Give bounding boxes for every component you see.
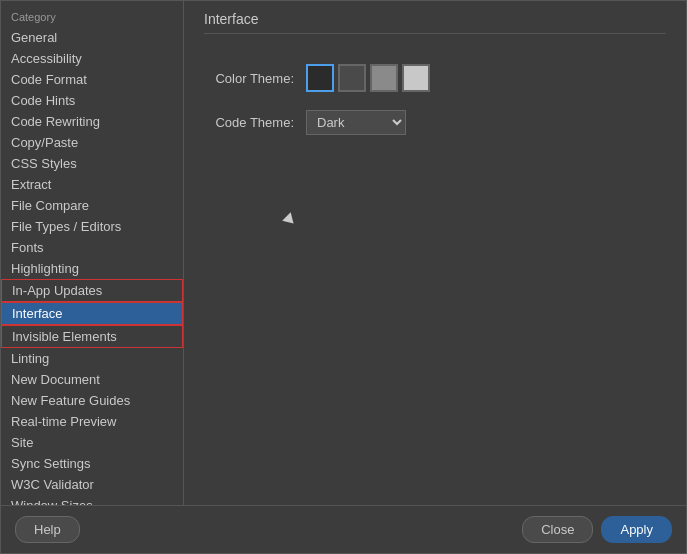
- sidebar-item-general[interactable]: General: [1, 27, 183, 48]
- color-theme-row: Color Theme:: [204, 64, 666, 92]
- sidebar-item-real-time-preview[interactable]: Real-time Preview: [1, 411, 183, 432]
- sidebar-item-css-styles[interactable]: CSS Styles: [1, 153, 183, 174]
- help-button[interactable]: Help: [15, 516, 80, 543]
- sidebar-item-file-compare[interactable]: File Compare: [1, 195, 183, 216]
- sidebar-items: GeneralAccessibilityCode FormatCode Hint…: [1, 27, 183, 505]
- sidebar-item-file-types-editors[interactable]: File Types / Editors: [1, 216, 183, 237]
- sidebar-item-extract[interactable]: Extract: [1, 174, 183, 195]
- sidebar-item-w3c-validator[interactable]: W3C Validator: [1, 474, 183, 495]
- sidebar-item-code-rewriting[interactable]: Code Rewriting: [1, 111, 183, 132]
- footer-right: Close Apply: [522, 516, 672, 543]
- sidebar-item-new-document[interactable]: New Document: [1, 369, 183, 390]
- sidebar-item-new-feature-guides[interactable]: New Feature Guides: [1, 390, 183, 411]
- preferences-dialog: Category GeneralAccessibilityCode Format…: [0, 0, 687, 554]
- code-theme-select[interactable]: Dark Light Solarized Dark Solarized Ligh…: [306, 110, 406, 135]
- cursor-area: [204, 135, 666, 495]
- sidebar: Category GeneralAccessibilityCode Format…: [1, 1, 184, 505]
- color-theme-label: Color Theme:: [204, 71, 294, 86]
- sidebar-header: Category: [1, 5, 183, 27]
- close-button[interactable]: Close: [522, 516, 593, 543]
- color-swatch-medium-light[interactable]: [370, 64, 398, 92]
- dialog-body: Category GeneralAccessibilityCode Format…: [1, 1, 686, 505]
- apply-button[interactable]: Apply: [601, 516, 672, 543]
- sidebar-item-site[interactable]: Site: [1, 432, 183, 453]
- main-title: Interface: [204, 11, 666, 34]
- footer-left: Help: [15, 516, 80, 543]
- color-swatch-light[interactable]: [402, 64, 430, 92]
- color-swatch-medium-dark[interactable]: [338, 64, 366, 92]
- sidebar-item-code-hints[interactable]: Code Hints: [1, 90, 183, 111]
- dialog-footer: Help Close Apply: [1, 505, 686, 553]
- sidebar-item-window-sizes[interactable]: Window Sizes: [1, 495, 183, 505]
- sidebar-item-in-app-updates[interactable]: In-App Updates: [1, 279, 183, 302]
- sidebar-item-copy-paste[interactable]: Copy/Paste: [1, 132, 183, 153]
- sidebar-item-invisible-elements[interactable]: Invisible Elements: [1, 325, 183, 348]
- sidebar-item-interface[interactable]: Interface: [1, 302, 183, 325]
- settings-section: Color Theme: Code Theme: Dark Light Sola…: [204, 64, 666, 135]
- sidebar-item-accessibility[interactable]: Accessibility: [1, 48, 183, 69]
- code-theme-row: Code Theme: Dark Light Solarized Dark So…: [204, 110, 666, 135]
- sidebar-item-code-format[interactable]: Code Format: [1, 69, 183, 90]
- sidebar-item-fonts[interactable]: Fonts: [1, 237, 183, 258]
- sidebar-item-sync-settings[interactable]: Sync Settings: [1, 453, 183, 474]
- color-swatch-dark[interactable]: [306, 64, 334, 92]
- code-theme-label: Code Theme:: [204, 115, 294, 130]
- sidebar-item-highlighting[interactable]: Highlighting: [1, 258, 183, 279]
- cursor-icon: [282, 212, 298, 228]
- sidebar-item-linting[interactable]: Linting: [1, 348, 183, 369]
- main-content: Interface Color Theme: Code Theme:: [184, 1, 686, 505]
- color-swatches: [306, 64, 430, 92]
